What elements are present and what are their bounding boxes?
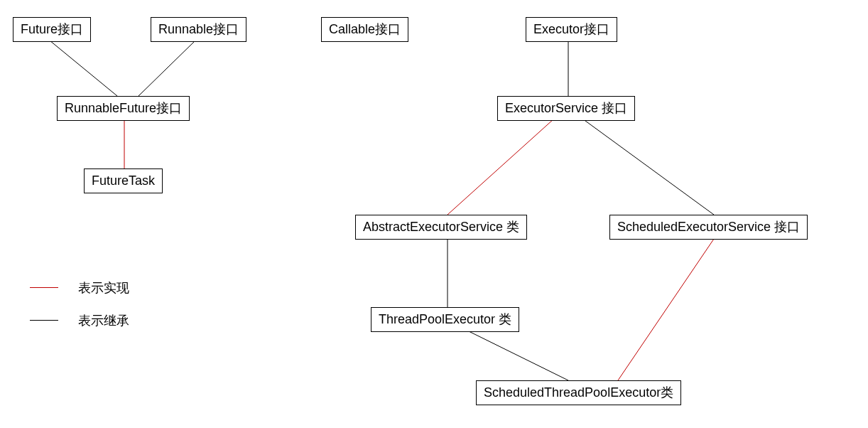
- edge-threadpoolexecutor-scheduledthreadpoolexecutor: [469, 331, 568, 380]
- diagram-edges: [0, 0, 868, 428]
- edge-executorservice-scheduledexecutorservice: [582, 119, 714, 215]
- legend-label-extends: 表示继承: [78, 312, 129, 329]
- node-threadpoolexecutor: ThreadPoolExecutor 类: [371, 307, 519, 332]
- edge-future-runnablefuture: [50, 41, 117, 96]
- node-runnable: Runnable接口: [151, 17, 246, 42]
- node-executor: Executor接口: [526, 17, 617, 42]
- edge-executorservice-abstractexecutorservice: [447, 119, 554, 215]
- node-futuretask: FutureTask: [84, 168, 163, 193]
- node-scheduledexecutorservice: ScheduledExecutorService 接口: [609, 215, 808, 240]
- node-abstractexecutorservice: AbstractExecutorService 类: [355, 215, 527, 240]
- legend-label-implements: 表示实现: [78, 279, 129, 296]
- edge-scheduledexecutorservice-scheduledthreadpoolexecutor: [618, 239, 714, 380]
- legend-line-implements: [30, 287, 58, 288]
- node-executorservice: ExecutorService 接口: [497, 96, 635, 121]
- node-future: Future接口: [13, 17, 91, 42]
- node-callable: Callable接口: [321, 17, 408, 42]
- node-runnablefuture: RunnableFuture接口: [57, 96, 190, 121]
- legend-line-extends: [30, 320, 58, 321]
- edge-runnable-runnablefuture: [139, 41, 195, 96]
- node-scheduledthreadpoolexecutor: ScheduledThreadPoolExecutor类: [476, 380, 681, 405]
